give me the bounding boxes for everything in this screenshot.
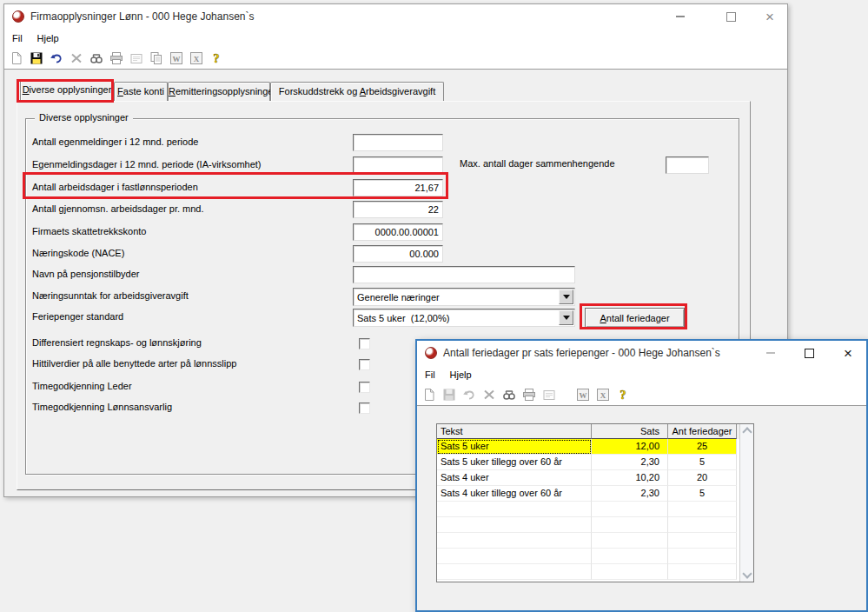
table-cell[interactable]: Sats 4 uker tillegg over 60 år — [437, 486, 592, 502]
notes-icon — [129, 51, 143, 65]
minimize-button[interactable] — [667, 4, 693, 29]
help-icon[interactable]: ? — [209, 51, 223, 65]
max-dager-input[interactable] — [666, 156, 709, 174]
word-icon[interactable]: W — [169, 51, 183, 65]
maximize-button[interactable] — [796, 341, 822, 365]
table-row[interactable]: Sats 5 uker12,0025 — [437, 439, 739, 455]
label-antall-egenmeldinger-i-12-mnd-periode: Antall egenmeldinger i 12 mnd. periode — [32, 136, 198, 147]
table-cell[interactable]: 20 — [668, 470, 737, 486]
checkbox-timegodkjenning-l-nnsansvarlig[interactable] — [359, 402, 370, 414]
print-icon — [522, 388, 536, 402]
max-dager-label: Max. antall dager sammenhengende — [460, 158, 615, 169]
tab-faste-konti[interactable]: Faste konti — [114, 82, 168, 101]
table-cell[interactable]: 25 — [668, 439, 737, 455]
checkbox-hittilverdier-p-alle-benyttede-arter-p-l-nnsslipp[interactable] — [359, 359, 370, 370]
undo-icon — [462, 388, 476, 402]
table-cell[interactable]: 5 — [668, 455, 737, 470]
print-icon — [109, 51, 123, 65]
table-cell — [437, 517, 592, 533]
checkbox-differensiert-regnskaps-og-l-nnskj-ring[interactable] — [359, 338, 370, 349]
save-icon[interactable] — [30, 51, 43, 65]
app-icon — [12, 10, 24, 23]
table-row-empty — [437, 564, 739, 580]
label-navn-p-pensjonstilbyder: Navn på pensjonstilbyder — [32, 269, 140, 279]
table-cell — [437, 564, 592, 580]
label-timegodkjenning-l-nnsansvarlig: Timegodkjenning Lønnsansvarlig — [32, 402, 172, 412]
input-antall-gjennomsn-arbeidsdager-pr-mnd[interactable]: 22 — [353, 201, 443, 218]
table-cell — [437, 502, 592, 517]
word-icon[interactable]: W — [576, 388, 590, 402]
save-icon — [442, 388, 456, 402]
tab-remitteringsopplysninger[interactable]: Remitteringsopplysninger — [168, 82, 270, 101]
close-button[interactable]: × — [757, 4, 783, 29]
table-cell — [592, 564, 668, 580]
excel-icon[interactable]: X — [596, 388, 610, 402]
maximize-icon — [726, 12, 736, 22]
svg-text:X: X — [194, 54, 200, 63]
app-icon — [425, 347, 437, 359]
table-row[interactable]: Sats 4 uker10,2020 — [437, 470, 739, 486]
minimize-button[interactable] — [758, 341, 784, 365]
input-antall-egenmeldinger-i-12-mnd-periode[interactable] — [353, 134, 443, 151]
annotation-highlight-tab — [17, 79, 114, 103]
table-cell — [592, 502, 668, 517]
checkbox-timegodkjenning-leder[interactable] — [359, 382, 370, 393]
popup-client-area: TekstSatsAnt feriedagerSats 5 uker12,002… — [417, 406, 866, 610]
menu-item-hjelp[interactable]: Hjelp — [37, 33, 59, 43]
menu-item-fil[interactable]: Fil — [12, 33, 23, 43]
table-row[interactable]: Sats 4 uker tillegg over 60 år2,305 — [437, 486, 739, 502]
scroll-up-icon[interactable] — [742, 427, 752, 436]
menu-item-hjelp[interactable]: Hjelp — [450, 369, 472, 380]
table-row-empty — [437, 549, 739, 564]
table-cell[interactable]: 12,00 — [592, 439, 668, 455]
column-header-sats[interactable]: Sats — [592, 424, 668, 439]
select-feriepenger-standard[interactable]: Sats 5 uker (12,00%) — [353, 309, 575, 327]
table-cell[interactable]: 10,20 — [592, 470, 668, 486]
input-n-ringskode-nace[interactable]: 00.000 — [353, 245, 443, 263]
main-titlebar: Firmaopplysninger Lønn - 000 Hege Johans… — [4, 4, 787, 29]
select-value: Generelle næringer — [354, 292, 559, 303]
label-egenmeldingsdager-i-12-mnd-periode-ia-virksomhet: Egenmeldingsdager i 12 mnd. periode (IA-… — [32, 159, 262, 170]
column-header-ant-feriedager[interactable]: Ant feriedager — [668, 424, 737, 439]
table-cell[interactable]: Sats 5 uker tillegg over 60 år — [437, 455, 592, 470]
table-row[interactable]: Sats 5 uker tillegg over 60 år2,305 — [437, 455, 739, 470]
table-cell[interactable]: Sats 4 uker — [437, 470, 592, 486]
scroll-down-icon[interactable] — [742, 569, 752, 578]
new-document-icon[interactable] — [10, 51, 23, 65]
undo-icon[interactable] — [50, 51, 63, 65]
input-navn-p-pensjonstilbyder[interactable] — [353, 266, 575, 283]
table-row-empty — [437, 533, 739, 549]
table-scrollbar[interactable] — [739, 424, 753, 582]
tab-forskuddstrekk-og-arbeidsgiveravgift[interactable]: Forskuddstrekk og Arbeidsgiveravgift — [270, 82, 444, 101]
table-cell[interactable]: Sats 5 uker — [437, 439, 592, 455]
table-cell — [668, 564, 737, 580]
table-cell — [668, 502, 737, 517]
chevron-down-icon[interactable] — [559, 310, 573, 325]
input-firmaets-skattetrekkskonto[interactable]: 0000.00.00001 — [353, 223, 443, 241]
label-timegodkjenning-leder: Timegodkjenning Leder — [32, 381, 132, 391]
chevron-down-icon[interactable] — [559, 289, 573, 304]
minimize-icon — [766, 352, 775, 354]
table-cell[interactable]: 5 — [668, 486, 737, 502]
table-cell — [437, 533, 592, 549]
table-cell[interactable]: 2,30 — [592, 455, 668, 470]
column-header-tekst[interactable]: Tekst — [437, 424, 592, 439]
excel-icon[interactable]: X — [189, 51, 203, 65]
table-cell — [668, 549, 737, 564]
table-cell — [668, 533, 737, 549]
table-row-empty — [437, 502, 739, 517]
table-cell[interactable]: 2,30 — [592, 486, 668, 502]
copy-icon — [149, 51, 163, 65]
find-binoculars-icon[interactable] — [502, 388, 516, 402]
new-document-icon[interactable] — [422, 388, 436, 402]
select-n-ringsunntak-for-arbeidsgiveravgift[interactable]: Generelle næringer — [353, 288, 575, 306]
popup-titlebar: Antall feriedager pr sats feriepenger - … — [417, 341, 866, 365]
input-egenmeldingsdager-i-12-mnd-periode-ia-virksomhet[interactable] — [353, 156, 443, 174]
menu-item-fil[interactable]: Fil — [425, 369, 435, 380]
popup-window-title: Antall feriedager pr sats feriepenger - … — [443, 347, 720, 359]
find-binoculars-icon[interactable] — [89, 51, 103, 65]
close-button[interactable]: × — [835, 341, 861, 365]
maximize-button[interactable] — [718, 4, 744, 29]
label-firmaets-skattetrekkskonto: Firmaets skattetrekkskonto — [32, 226, 146, 236]
help-icon[interactable]: ? — [616, 388, 630, 402]
